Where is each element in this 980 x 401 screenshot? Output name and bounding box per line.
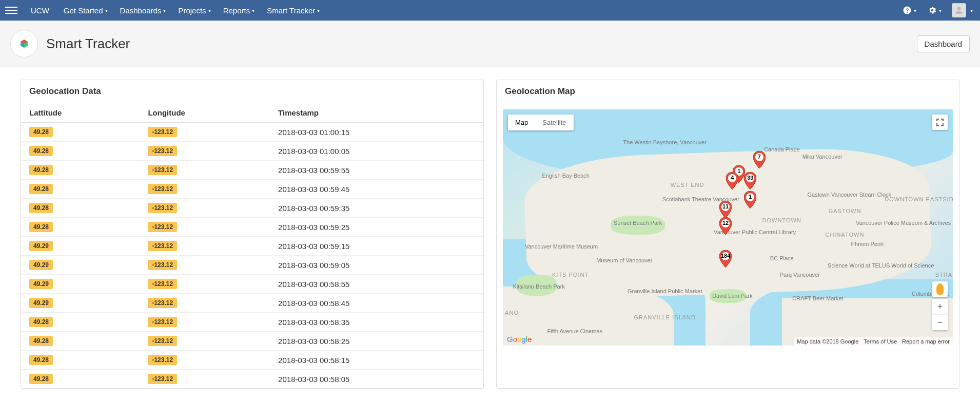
map-pegman[interactable] bbox=[932, 281, 948, 297]
map-report-link[interactable]: Report a map error bbox=[902, 338, 950, 345]
geolocation-map-panel: Geolocation Map The Westin Bayshore, Van… bbox=[496, 80, 959, 389]
map-type-satellite[interactable]: Satellite bbox=[535, 114, 573, 130]
nav-item-dashboards[interactable]: Dashboards ▾ bbox=[114, 0, 172, 21]
latitude-badge: 49.28 bbox=[29, 336, 53, 346]
table-row: 49.29-123.122018-03-03 00:58:55 bbox=[21, 275, 483, 294]
latitude-badge: 49.28 bbox=[29, 374, 53, 384]
settings-menu[interactable]: ▾ bbox=[925, 0, 945, 21]
map-marker[interactable]: 12 bbox=[719, 217, 732, 235]
longitude-badge: -123.12 bbox=[148, 355, 177, 365]
map-type-map[interactable]: Map bbox=[508, 114, 535, 130]
nav-item-reports[interactable]: Reports ▾ bbox=[217, 0, 261, 21]
timestamp-cell: 2018-03-03 00:59:55 bbox=[270, 161, 483, 180]
nav-item-get-started[interactable]: Get Started ▾ bbox=[57, 0, 114, 21]
hamburger-icon[interactable] bbox=[5, 4, 17, 16]
google-logo: Google bbox=[507, 335, 532, 343]
table-row: 49.28-123.122018-03-03 00:58:25 bbox=[21, 332, 483, 351]
panel-title: Geolocation Map bbox=[497, 80, 959, 103]
latitude-badge: 49.28 bbox=[29, 222, 53, 232]
latitude-badge: 49.28 bbox=[29, 146, 53, 156]
avatar-icon bbox=[952, 3, 966, 17]
map-marker[interactable]: 4 bbox=[726, 172, 738, 189]
nav-brand[interactable]: UCW bbox=[25, 0, 55, 21]
nav-label: Dashboards bbox=[120, 6, 162, 15]
map-marker[interactable]: 184 bbox=[719, 250, 732, 268]
map-terms-link[interactable]: Terms of Use bbox=[864, 338, 897, 345]
longitude-badge: -123.12 bbox=[148, 203, 177, 213]
longitude-badge: -123.12 bbox=[148, 298, 177, 308]
marker-number: 33 bbox=[747, 175, 753, 181]
timestamp-cell: 2018-03-03 00:59:05 bbox=[270, 256, 483, 275]
map-marker[interactable]: 33 bbox=[744, 172, 756, 189]
map-data-text: Map data ©2018 Google bbox=[797, 338, 858, 345]
map-canvas[interactable]: The Westin Bayshore, VancouverCanada Pla… bbox=[503, 109, 953, 346]
table-row: 49.28-123.122018-03-03 01:00:15 bbox=[21, 123, 483, 142]
timestamp-cell: 2018-03-03 01:00:15 bbox=[270, 123, 483, 142]
nav-label: Reports bbox=[223, 6, 250, 15]
map-zoom-control: + − bbox=[932, 299, 948, 330]
timestamp-cell: 2018-03-03 00:58:35 bbox=[270, 313, 483, 332]
marker-number: 4 bbox=[731, 175, 734, 181]
nav-item-smart-tracker[interactable]: Smart Tracker ▾ bbox=[261, 0, 326, 21]
table-row: 49.28-123.122018-03-03 00:59:25 bbox=[21, 218, 483, 237]
app-logo bbox=[10, 30, 38, 58]
caret-icon: ▾ bbox=[208, 8, 211, 13]
map-type-control: Map Satellite bbox=[508, 114, 574, 130]
longitude-badge: -123.12 bbox=[148, 184, 177, 194]
nav-item-projects[interactable]: Projects ▾ bbox=[172, 0, 217, 21]
caret-icon: ▾ bbox=[939, 8, 942, 13]
fullscreen-icon bbox=[936, 118, 944, 126]
table-row: 49.28-123.122018-03-03 00:58:05 bbox=[21, 370, 483, 389]
panel-title: Geolocation Data bbox=[21, 80, 483, 103]
help-menu[interactable]: ▾ bbox=[899, 0, 919, 21]
longitude-badge: -123.12 bbox=[148, 279, 177, 289]
timestamp-cell: 2018-03-03 00:58:25 bbox=[270, 332, 483, 351]
page-header: Smart Tracker Dashboard bbox=[0, 21, 980, 67]
timestamp-cell: 2018-03-03 00:58:05 bbox=[270, 370, 483, 389]
latitude-badge: 49.28 bbox=[29, 355, 53, 365]
pegman-icon bbox=[936, 283, 944, 295]
longitude-badge: -123.12 bbox=[148, 127, 177, 137]
longitude-badge: -123.12 bbox=[148, 260, 177, 270]
latitude-badge: 49.28 bbox=[29, 127, 53, 137]
marker-number: 1 bbox=[749, 194, 752, 200]
nav-label: Smart Tracker bbox=[267, 6, 315, 15]
table-row: 49.28-123.122018-03-03 00:58:35 bbox=[21, 313, 483, 332]
latitude-badge: 49.28 bbox=[29, 203, 53, 213]
latitude-badge: 49.28 bbox=[29, 165, 53, 175]
marker-number: 7 bbox=[758, 154, 761, 160]
map-zoom-in[interactable]: + bbox=[932, 299, 948, 315]
nav-label: Projects bbox=[178, 6, 206, 15]
map-marker[interactable]: 11 bbox=[719, 201, 732, 218]
help-icon bbox=[903, 6, 912, 15]
latitude-badge: 49.28 bbox=[29, 317, 53, 327]
timestamp-cell: 2018-03-03 00:59:15 bbox=[270, 237, 483, 256]
column-header: Lattitude bbox=[21, 103, 140, 123]
navbar-left: UCW Get Started ▾Dashboards ▾Projects ▾R… bbox=[5, 0, 326, 21]
table-row: 49.28-123.122018-03-03 01:00:05 bbox=[21, 142, 483, 161]
timestamp-cell: 2018-03-03 00:59:45 bbox=[270, 180, 483, 199]
marker-number: 184 bbox=[721, 253, 730, 259]
longitude-badge: -123.12 bbox=[148, 336, 177, 346]
dashboard-button[interactable]: Dashboard bbox=[917, 35, 970, 52]
map-marker[interactable]: 1 bbox=[744, 191, 756, 208]
marker-number: 11 bbox=[722, 203, 729, 209]
table-row: 49.29-123.122018-03-03 00:59:15 bbox=[21, 237, 483, 256]
user-menu[interactable]: ▾ bbox=[950, 0, 975, 21]
map-fullscreen-button[interactable] bbox=[932, 114, 948, 130]
latitude-badge: 49.29 bbox=[29, 241, 53, 251]
timestamp-cell: 2018-03-03 00:58:15 bbox=[270, 351, 483, 370]
caret-icon: ▾ bbox=[105, 8, 108, 13]
latitude-badge: 49.28 bbox=[29, 184, 53, 194]
marker-number: 12 bbox=[722, 220, 729, 226]
timestamp-cell: 2018-03-03 00:58:55 bbox=[270, 275, 483, 294]
gear-icon bbox=[928, 6, 937, 15]
geolocation-data-panel: Geolocation Data LattitudeLongitudeTimes… bbox=[21, 80, 484, 389]
table-row: 49.28-123.122018-03-03 00:58:15 bbox=[21, 351, 483, 370]
column-header: Longitude bbox=[140, 103, 270, 123]
table-row: 49.28-123.122018-03-03 00:59:35 bbox=[21, 199, 483, 218]
top-navbar: UCW Get Started ▾Dashboards ▾Projects ▾R… bbox=[0, 0, 980, 21]
latitude-badge: 49.29 bbox=[29, 298, 53, 308]
map-zoom-out[interactable]: − bbox=[932, 315, 948, 330]
map-marker[interactable]: 7 bbox=[753, 151, 766, 168]
